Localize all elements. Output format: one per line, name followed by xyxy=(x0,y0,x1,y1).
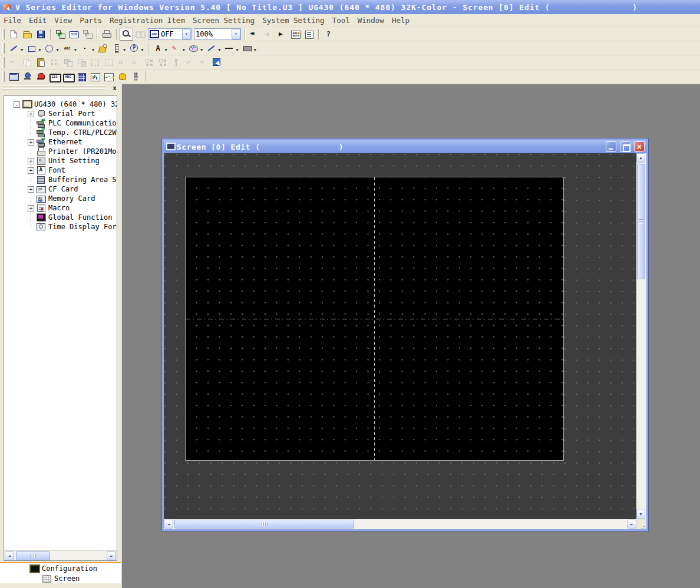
item-list-button[interactable] xyxy=(302,28,316,41)
previous-screen-button[interactable] xyxy=(262,28,275,41)
line-type-dropdown[interactable]: ▼ xyxy=(236,48,238,52)
redo-button[interactable] xyxy=(197,56,210,69)
tree-item-macro[interactable]: + Macro xyxy=(6,203,117,213)
screen-list-button[interactable] xyxy=(289,28,302,41)
environment-select-button[interactable] xyxy=(210,56,224,69)
new-button[interactable] xyxy=(7,28,21,41)
pin-button[interactable] xyxy=(170,56,183,69)
rectangle-tool-button[interactable] xyxy=(25,42,38,55)
transfer-button[interactable] xyxy=(54,28,67,41)
close-button[interactable]: × xyxy=(634,141,645,152)
toolbar-gripper[interactable] xyxy=(2,29,5,39)
tree-item-memory-card[interactable]: Memory Card xyxy=(6,194,117,203)
upload-button[interactable] xyxy=(81,28,94,41)
toolbar-gripper[interactable] xyxy=(2,43,5,54)
tree-item-unit-setting[interactable]: + Unit Setting xyxy=(6,156,117,166)
panel-gripper[interactable] xyxy=(3,85,105,87)
tree-horizontal-scrollbar[interactable]: ◄ ► xyxy=(4,550,117,560)
dot-tool-dropdown[interactable]: ▼ xyxy=(92,48,94,52)
pen-color-button[interactable] xyxy=(169,42,183,55)
expand-toggle[interactable]: - xyxy=(14,101,20,108)
toolbar-gripper[interactable] xyxy=(2,57,5,68)
tree-item-ethernet[interactable]: + Ethernet xyxy=(6,137,117,147)
simulator-button[interactable]: SIM xyxy=(67,28,81,41)
copy-button[interactable] xyxy=(21,56,34,69)
panel-close-button[interactable]: x xyxy=(111,85,118,93)
tile-pattern-dropdown[interactable]: ▼ xyxy=(254,48,256,52)
bring-to-front-button[interactable] xyxy=(61,56,75,69)
text-tool-button[interactable]: ABC xyxy=(61,42,74,55)
distribute-button[interactable] xyxy=(156,56,170,69)
circle-tool-button[interactable] xyxy=(42,42,56,55)
tree-item-font[interactable]: + Font xyxy=(6,166,117,175)
toolbar-gripper[interactable] xyxy=(2,71,5,82)
palette-button[interactable] xyxy=(187,42,200,55)
expand-toggle[interactable]: + xyxy=(28,111,34,117)
tree-item-ug430[interactable]: - UG430 (640 * 480) 32K- xyxy=(6,100,117,109)
char-color-button[interactable]: A xyxy=(151,42,165,55)
menu-system-setting[interactable]: System Setting xyxy=(262,16,324,25)
pen-color-dropdown[interactable]: ▼ xyxy=(183,48,185,52)
tree-scroll-thumb[interactable] xyxy=(16,551,50,560)
next-screen-button[interactable] xyxy=(275,28,289,41)
line-color-dropdown[interactable]: ▼ xyxy=(218,48,220,52)
lamp-part-button[interactable] xyxy=(21,70,34,83)
panel-gripper[interactable] xyxy=(3,88,105,90)
switch-part-button[interactable] xyxy=(7,70,21,83)
calendar-part-button[interactable]: DD MM YY xyxy=(129,70,143,83)
scroll-right-icon[interactable]: ► xyxy=(627,520,636,528)
tree-item-cf-card[interactable]: + CF Card xyxy=(6,184,117,194)
tab-screen[interactable]: Screen xyxy=(0,573,121,583)
line-tool-dropdown[interactable]: ▼ xyxy=(21,48,23,52)
paste-button[interactable] xyxy=(34,56,48,69)
scale-tool-dropdown[interactable]: ▼ xyxy=(123,48,126,52)
first-screen-button[interactable] xyxy=(248,28,262,41)
screen-edit-canvas-area[interactable]: ◄ ► ▲ ▼ xyxy=(164,153,646,529)
tab-configuration[interactable]: Configuration xyxy=(0,563,121,573)
alarm-bell-button[interactable] xyxy=(115,70,129,83)
menu-help[interactable]: Help xyxy=(392,16,410,25)
tree-item-global-function-switch[interactable]: Global Function Swi xyxy=(6,213,117,222)
line-type-button[interactable] xyxy=(222,42,236,55)
canvas-vertical-scrollbar[interactable]: ▲ ▼ xyxy=(636,153,646,519)
language-off-combo[interactable]: OFF OFF ▾ xyxy=(148,28,191,40)
dropdown-arrow-icon[interactable]: ▾ xyxy=(232,29,240,39)
dot-tool-button[interactable] xyxy=(78,42,92,55)
menu-screen-setting[interactable]: Screen Setting xyxy=(193,16,255,25)
scroll-left-icon[interactable]: ◄ xyxy=(5,551,14,560)
rotate-left-button[interactable] xyxy=(115,56,129,69)
tree-item-temp-ctrl[interactable]: Temp. CTRL/PLC2Way xyxy=(6,128,117,137)
multi-copy-button[interactable] xyxy=(48,56,61,69)
scroll-right-icon[interactable]: ► xyxy=(107,551,116,560)
text-tool-dropdown[interactable]: ▼ xyxy=(74,48,77,52)
line-tool-button[interactable] xyxy=(7,42,21,55)
rectangle-tool-dropdown[interactable]: ▼ xyxy=(38,48,41,52)
canvas-vscroll-thumb[interactable] xyxy=(637,164,645,279)
rotate-right-button[interactable] xyxy=(129,56,143,69)
send-to-back-button[interactable] xyxy=(75,56,88,69)
scroll-up-icon[interactable]: ▲ xyxy=(636,153,645,163)
ungroup-button[interactable] xyxy=(102,56,115,69)
menu-edit[interactable]: Edit xyxy=(29,16,47,25)
undo-button[interactable] xyxy=(183,56,197,69)
menu-parts[interactable]: Parts xyxy=(80,16,102,25)
tree-item-time-display-format[interactable]: Time Display Format xyxy=(6,222,117,232)
help-button[interactable]: ? xyxy=(322,28,335,41)
canvas-horizontal-scrollbar[interactable]: ◄ ► xyxy=(164,519,636,529)
tree-item-buffering-area[interactable]: Buffering Area Sett xyxy=(6,175,117,184)
print-button[interactable] xyxy=(100,28,114,41)
cut-button[interactable] xyxy=(7,56,21,69)
menu-view[interactable]: View xyxy=(54,16,72,25)
maximize-button[interactable] xyxy=(620,141,630,152)
save-button[interactable] xyxy=(34,28,48,41)
parts-place-button[interactable]: P xyxy=(127,42,141,55)
screen-edit-titlebar[interactable]: Screen [0] Edit ( ) × xyxy=(164,140,646,153)
expand-toggle[interactable]: + xyxy=(28,186,34,193)
tile-pattern-button[interactable] xyxy=(240,42,254,55)
tree-item-serial-port[interactable]: + Serial Port xyxy=(6,109,117,118)
window-titlebar[interactable]: V Series Editor for Windows Version 5.40… xyxy=(0,0,700,14)
scroll-left-icon[interactable]: ◄ xyxy=(164,520,173,528)
minimize-button[interactable] xyxy=(606,141,616,152)
canvas-hscroll-thumb[interactable] xyxy=(174,520,354,528)
tree-item-printer[interactable]: Printer (PR201Monoch xyxy=(6,147,117,156)
